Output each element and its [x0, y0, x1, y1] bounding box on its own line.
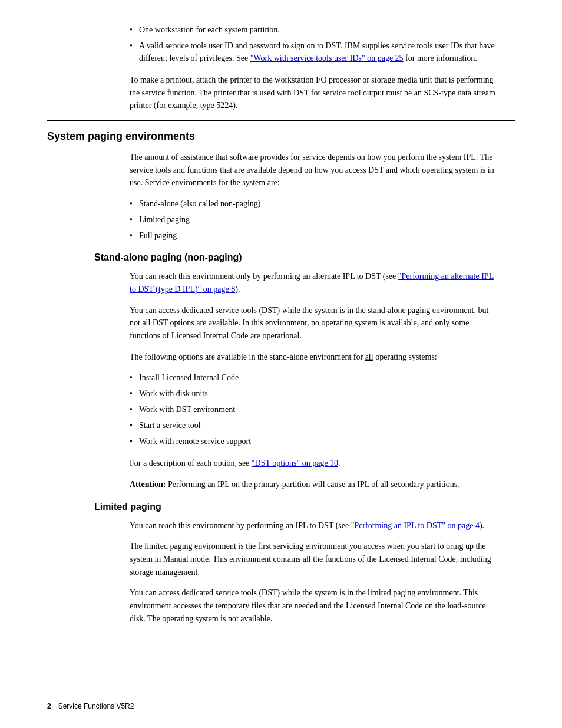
stand-alone-bullet-1: Install Licensed Internal Code: [130, 371, 497, 384]
stand-alone-bullet-text-3: Work with DST environment: [139, 405, 235, 414]
stand-alone-bullet-text-2: Work with disk units: [139, 389, 208, 398]
stand-alone-para4: For a description of each option, see "D…: [130, 457, 497, 470]
stand-alone-bullet-text-1: Install Licensed Internal Code: [139, 373, 239, 382]
system-paging-bullet-text-3: Full paging: [139, 231, 177, 240]
stand-alone-heading: Stand-alone paging (non-paging): [94, 252, 515, 263]
system-paging-bullet-text-2: Limited paging: [139, 215, 190, 224]
stand-alone-para1-after: ).: [235, 285, 240, 294]
link-performing-ipl[interactable]: "Performing an IPL to DST" on page 4: [351, 521, 480, 530]
link-work-with-service-tools[interactable]: "Work with service tools user IDs" on pa…: [250, 54, 404, 62]
limited-paging-content: You can reach this environment by perfor…: [130, 519, 497, 625]
stand-alone-para1-before: You can reach this environment only by p…: [130, 272, 398, 281]
system-paging-bullet-text-1: Stand-alone (also called non-paging): [139, 199, 260, 208]
bullet-item-2: A valid service tools user ID and passwo…: [130, 39, 497, 64]
limited-paging-para1-before: You can reach this environment by perfor…: [130, 521, 351, 530]
stand-alone-bullet-2: Work with disk units: [130, 387, 497, 400]
page: One workstation for each system partitio…: [0, 0, 562, 728]
limited-paging-para1-after: ).: [480, 521, 484, 530]
system-paging-heading: System paging environments: [47, 130, 515, 143]
stand-alone-section: Stand-alone paging (non-paging) You can …: [47, 252, 515, 491]
limited-paging-para1: You can reach this environment by perfor…: [130, 519, 497, 532]
attention-label: Attention:: [130, 480, 166, 489]
stand-alone-bullet-text-5: Work with remote service support: [139, 437, 251, 446]
system-paging-content: The amount of assistance that software p…: [130, 151, 497, 242]
stand-alone-para1: You can reach this environment only by p…: [130, 270, 497, 295]
system-paging-paragraph: The amount of assistance that software p…: [130, 151, 497, 189]
bullet-item-1: One workstation for each system partitio…: [130, 24, 497, 36]
intro-section: One workstation for each system partitio…: [130, 24, 497, 112]
stand-alone-bullet-text-4: Start a service tool: [139, 421, 201, 430]
limited-paging-para3: You can access dedicated service tools (…: [130, 587, 497, 625]
stand-alone-para3: The following options are available in t…: [130, 351, 497, 364]
footer-title: Service Functions V5R2: [58, 702, 134, 710]
stand-alone-para4-before: For a description of each option, see: [130, 459, 252, 467]
system-paging-bullet-2: Limited paging: [130, 213, 497, 226]
link-dst-options[interactable]: "DST options" on page 10: [252, 459, 338, 467]
system-paging-section: System paging environments The amount of…: [47, 120, 515, 242]
bullet-text-1: One workstation for each system partitio…: [139, 25, 280, 34]
intro-bullet-list: One workstation for each system partitio…: [130, 24, 497, 64]
stand-alone-bullet-5: Work with remote service support: [130, 435, 497, 447]
stand-alone-para3-underline: all: [365, 353, 373, 361]
attention-text: Performing an IPL on the primary partiti…: [166, 480, 459, 489]
intro-paragraph: To make a printout, attach the printer t…: [130, 74, 497, 112]
stand-alone-bullet-3: Work with DST environment: [130, 403, 497, 416]
stand-alone-para3-before: The following options are available in t…: [130, 353, 365, 361]
stand-alone-bullet-4: Start a service tool: [130, 419, 497, 431]
limited-paging-heading: Limited paging: [94, 502, 515, 512]
footer: 2 Service Functions V5R2: [47, 702, 515, 710]
system-paging-bullets: Stand-alone (also called non-paging) Lim…: [130, 197, 497, 242]
stand-alone-para4-after: .: [338, 459, 340, 467]
system-paging-bullet-1: Stand-alone (also called non-paging): [130, 197, 497, 210]
stand-alone-bullets: Install Licensed Internal Code Work with…: [130, 371, 497, 447]
limited-paging-para2: The limited paging environment is the fi…: [130, 540, 497, 578]
stand-alone-para3-after: operating systems:: [373, 353, 437, 361]
system-paging-bullet-3: Full paging: [130, 229, 497, 242]
attention-block: Attention: Performing an IPL on the prim…: [130, 478, 497, 491]
limited-paging-section: Limited paging You can reach this enviro…: [47, 502, 515, 625]
footer-page-number: 2: [47, 702, 51, 710]
stand-alone-content: You can reach this environment only by p…: [130, 270, 497, 491]
stand-alone-para2: You can access dedicated service tools (…: [130, 304, 497, 342]
bullet-text-2b: for more information.: [404, 54, 477, 62]
